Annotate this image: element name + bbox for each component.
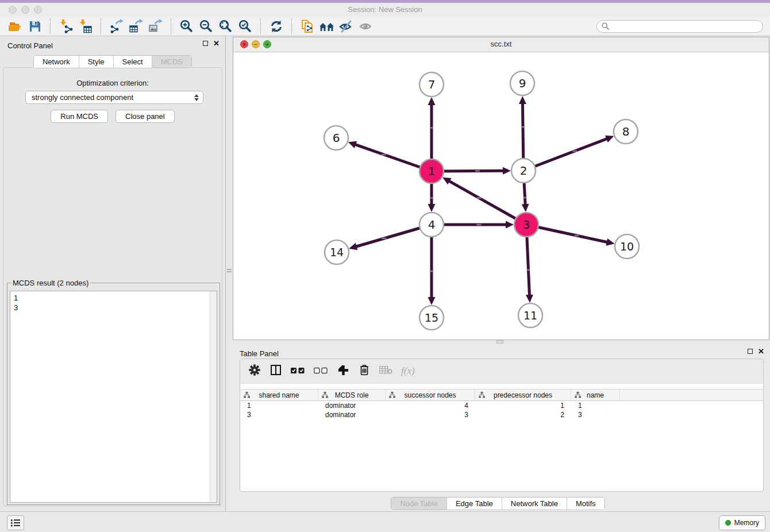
search-icon (602, 22, 609, 30)
plus-icon (338, 365, 348, 377)
hide-annotations-button[interactable] (337, 18, 356, 35)
result-scrollbar[interactable] (210, 291, 217, 502)
table-settings-button[interactable] (248, 364, 261, 379)
node-label: 4 (428, 218, 436, 232)
graph-node-15[interactable]: 15 (419, 306, 444, 330)
graph-node-6[interactable]: 6 (324, 126, 348, 150)
zoom-in-button[interactable] (177, 18, 197, 35)
graph-node-10[interactable]: 10 (615, 234, 639, 259)
memory-button[interactable]: Memory (719, 515, 765, 530)
graph-node-9[interactable]: 9 (510, 71, 534, 95)
mcds-result-box[interactable]: 13 (10, 291, 217, 503)
fx-icon: f(x) (401, 365, 415, 377)
export-network-button[interactable] (107, 18, 126, 35)
table-tab-motifs[interactable]: Motifs (567, 498, 605, 510)
table-x-icon (379, 366, 392, 376)
zoom-out-button[interactable] (197, 18, 216, 35)
column-header-predecessor-nodes[interactable]: predecessor nodes (475, 390, 571, 400)
tab-network[interactable]: Network (34, 56, 79, 68)
close-panel-button[interactable]: Close panel (116, 110, 175, 123)
duplicate-network-button[interactable] (298, 18, 317, 35)
open-session-button[interactable] (6, 18, 25, 35)
select-all-button[interactable] (291, 364, 305, 379)
folder-open-icon (8, 19, 23, 34)
graph-node-2[interactable]: 2 (511, 159, 536, 183)
graph-node-14[interactable]: 14 (325, 240, 349, 264)
export-image-button[interactable] (146, 18, 165, 35)
edge-3-10[interactable] (526, 225, 615, 246)
os-titlebar: Session: New Session (0, 3, 770, 17)
horizontal-splitter-handle[interactable] (496, 340, 503, 344)
add-column-button[interactable] (337, 364, 349, 379)
table-cell: 1 (240, 402, 318, 410)
table-cell: 1 (475, 402, 571, 410)
toggle-columns-button[interactable] (270, 364, 282, 379)
network-overview-button[interactable] (317, 18, 337, 35)
graph-node-11[interactable]: 11 (518, 303, 542, 327)
table-row[interactable]: 1dominator411 (240, 401, 763, 410)
apply-layout-button[interactable] (267, 18, 286, 35)
graph-node-8[interactable]: 8 (614, 119, 638, 144)
node-table-container: f(x) shared nameMCDS rolesuccessor nodes… (240, 358, 764, 492)
tab-select[interactable]: Select (113, 56, 152, 68)
close-panel-icon[interactable]: ✕ (213, 40, 220, 47)
import-table-button[interactable] (76, 18, 95, 35)
magnifier-minus-icon (199, 19, 214, 34)
edge-label (382, 154, 386, 156)
float-table-panel-icon[interactable] (748, 349, 753, 354)
graph-node-3[interactable]: 3 (514, 213, 538, 237)
edge-4-14[interactable] (349, 225, 432, 250)
table-tab-node-table[interactable]: Node Table (391, 498, 446, 510)
edge-label (475, 170, 480, 172)
control-panel: Control Panel ✕ NetworkStyleSelectMCDS O… (0, 36, 226, 511)
vertical-splitter-handle[interactable] (226, 268, 232, 276)
zoom-fit-button[interactable] (216, 18, 236, 35)
edge-label (521, 126, 525, 128)
save-session-button[interactable] (25, 18, 45, 35)
float-panel-icon[interactable] (203, 41, 208, 46)
graph-node-1[interactable]: 1 (419, 159, 444, 183)
delete-table-button (379, 364, 392, 379)
graph-node-7[interactable]: 7 (419, 72, 444, 97)
zoom-selected-button[interactable] (236, 18, 255, 35)
edge-3-1[interactable] (442, 178, 526, 225)
task-history-button[interactable] (7, 515, 24, 530)
table-rows: 1dominator4113dominator323 (240, 401, 763, 419)
control-panel-title: Control Panel (7, 41, 53, 50)
column-header-MCDS-role[interactable]: MCDS role (318, 390, 386, 400)
column-header-name[interactable]: name (571, 390, 620, 400)
run-mcds-button[interactable]: Run MCDS (51, 110, 108, 123)
column-header-label: predecessor nodes (494, 391, 552, 399)
delete-column-button[interactable] (358, 364, 371, 379)
toolbar-icons (6, 18, 376, 35)
table-tab-network-table[interactable]: Network Table (502, 498, 567, 510)
copy-pages-icon (300, 19, 315, 34)
close-table-panel-icon[interactable]: ✕ (758, 348, 764, 354)
edge-2-8[interactable] (523, 136, 614, 171)
node-label: 14 (330, 246, 344, 259)
table-cell: 1 (571, 402, 620, 410)
edge-label (382, 238, 387, 240)
table-row[interactable]: 3dominator323 (240, 410, 763, 419)
graph-node-4[interactable]: 4 (419, 213, 444, 237)
export-table-button[interactable] (126, 18, 146, 35)
edge-label (429, 197, 434, 199)
import-network-button[interactable] (56, 18, 76, 35)
tab-mcds[interactable]: MCDS (152, 56, 191, 68)
deselect-all-button[interactable] (314, 364, 328, 379)
list-icon (11, 519, 20, 527)
network-canvas[interactable]: 1234678910111415 (233, 52, 769, 340)
optimization-criterion-dropdown[interactable]: strongly connected component (25, 91, 203, 104)
search-input[interactable] (612, 22, 758, 31)
edge-1-6[interactable] (348, 141, 432, 171)
export-image-icon (148, 19, 163, 34)
refresh-icon (269, 19, 284, 34)
column-header-successor-nodes[interactable]: successor nodes (386, 390, 475, 400)
arrowhead-icon (428, 97, 436, 105)
table-tab-edge-table[interactable]: Edge Table (446, 498, 502, 510)
edge-label (572, 151, 577, 152)
floppy-icon (28, 19, 43, 34)
tab-style[interactable]: Style (79, 56, 113, 68)
column-header-shared-name[interactable]: shared name (240, 390, 318, 400)
search-box[interactable] (596, 20, 763, 33)
